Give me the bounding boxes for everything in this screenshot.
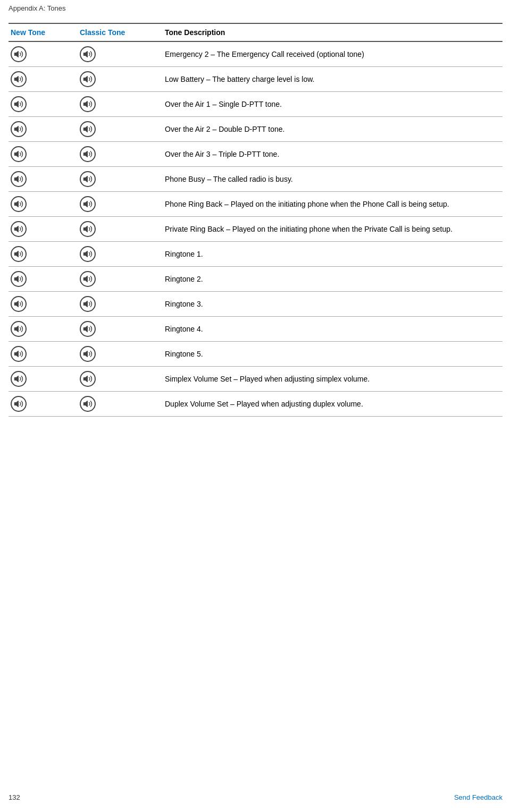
new-tone-icon[interactable] [11, 46, 27, 62]
tone-description: Phone Busy – The called radio is busy. [163, 167, 502, 192]
breadcrumb: Appendix A: Tones [0, 0, 511, 14]
tone-description: Low Battery – The battery charge level i… [163, 67, 502, 92]
svg-marker-13 [84, 201, 88, 207]
tone-description: Ringtone 1. [163, 242, 502, 267]
classic-tone-icon[interactable] [80, 396, 96, 412]
table-row: Phone Ring Back – Played on the initiati… [9, 192, 502, 217]
new-tone-icon[interactable] [11, 71, 27, 87]
table-row: Ringtone 2. [9, 267, 502, 292]
svg-marker-10 [15, 176, 19, 182]
new-tone-icon-cell[interactable] [9, 192, 78, 217]
svg-marker-1 [84, 52, 88, 57]
classic-tone-icon[interactable] [80, 221, 96, 237]
classic-tone-icon-cell[interactable] [78, 142, 163, 167]
new-tone-icon-cell[interactable] [9, 92, 78, 117]
svg-marker-17 [84, 251, 88, 257]
svg-marker-19 [84, 276, 88, 282]
new-tone-icon-cell[interactable] [9, 217, 78, 242]
new-tone-icon-cell[interactable] [9, 392, 78, 417]
tones-table: New Tone Classic Tone Tone Description E… [9, 23, 502, 417]
send-feedback-link[interactable]: Send Feedback [454, 793, 502, 801]
svg-marker-5 [84, 102, 88, 107]
classic-tone-icon[interactable] [80, 296, 96, 312]
new-tone-icon[interactable] [11, 346, 27, 362]
svg-marker-2 [15, 77, 19, 82]
svg-marker-22 [15, 326, 19, 332]
new-tone-icon[interactable] [11, 296, 27, 312]
new-tone-icon-cell[interactable] [9, 167, 78, 192]
tone-description: Ringtone 4. [163, 317, 502, 342]
classic-tone-icon-cell[interactable] [78, 242, 163, 267]
new-tone-icon[interactable] [11, 321, 27, 337]
classic-tone-icon[interactable] [80, 96, 96, 112]
svg-marker-23 [84, 326, 88, 332]
table-row: Ringtone 5. [9, 342, 502, 367]
new-tone-icon-cell[interactable] [9, 142, 78, 167]
tone-description: Ringtone 2. [163, 267, 502, 292]
table-row: Ringtone 1. [9, 242, 502, 267]
tone-description: Simplex Volume Set – Played when adjusti… [163, 367, 502, 392]
page-number: 132 [9, 793, 20, 801]
new-tone-icon[interactable] [11, 196, 27, 212]
classic-tone-icon[interactable] [80, 196, 96, 212]
tone-description: Ringtone 3. [163, 292, 502, 317]
col-header-classic-tone: Classic Tone [78, 23, 163, 41]
classic-tone-icon[interactable] [80, 46, 96, 62]
classic-tone-icon[interactable] [80, 346, 96, 362]
new-tone-icon-cell[interactable] [9, 67, 78, 92]
new-tone-icon-cell[interactable] [9, 267, 78, 292]
new-tone-icon-cell[interactable] [9, 41, 78, 67]
new-tone-icon-cell[interactable] [9, 117, 78, 142]
new-tone-icon[interactable] [11, 271, 27, 287]
classic-tone-icon-cell[interactable] [78, 367, 163, 392]
table-row: Over the Air 2 – Double D-PTT tone. [9, 117, 502, 142]
new-tone-icon[interactable] [11, 121, 27, 137]
new-tone-icon-cell[interactable] [9, 242, 78, 267]
svg-marker-12 [15, 201, 19, 207]
new-tone-icon-cell[interactable] [9, 342, 78, 367]
tone-description: Over the Air 2 – Double D-PTT tone. [163, 117, 502, 142]
table-row: Simplex Volume Set – Played when adjusti… [9, 367, 502, 392]
classic-tone-icon-cell[interactable] [78, 167, 163, 192]
svg-marker-28 [15, 401, 19, 407]
classic-tone-icon-cell[interactable] [78, 192, 163, 217]
classic-tone-icon-cell[interactable] [78, 92, 163, 117]
new-tone-icon[interactable] [11, 146, 27, 162]
new-tone-icon[interactable] [11, 171, 27, 187]
svg-marker-3 [84, 77, 88, 82]
classic-tone-icon[interactable] [80, 271, 96, 287]
table-row: Ringtone 4. [9, 317, 502, 342]
classic-tone-icon[interactable] [80, 246, 96, 262]
classic-tone-icon[interactable] [80, 71, 96, 87]
new-tone-icon[interactable] [11, 246, 27, 262]
svg-marker-18 [15, 276, 19, 282]
classic-tone-icon-cell[interactable] [78, 217, 163, 242]
classic-tone-icon-cell[interactable] [78, 41, 163, 67]
classic-tone-icon-cell[interactable] [78, 392, 163, 417]
svg-marker-21 [84, 301, 88, 307]
new-tone-icon-cell[interactable] [9, 317, 78, 342]
svg-marker-11 [84, 176, 88, 182]
new-tone-icon-cell[interactable] [9, 367, 78, 392]
svg-marker-20 [15, 301, 19, 307]
classic-tone-icon[interactable] [80, 146, 96, 162]
classic-tone-icon-cell[interactable] [78, 117, 163, 142]
new-tone-icon[interactable] [11, 221, 27, 237]
new-tone-icon-cell[interactable] [9, 292, 78, 317]
tone-description: Over the Air 3 – Triple D-PTT tone. [163, 142, 502, 167]
classic-tone-icon[interactable] [80, 171, 96, 187]
new-tone-icon[interactable] [11, 371, 27, 387]
svg-marker-14 [15, 226, 19, 232]
table-row: Private Ring Back – Played on the initia… [9, 217, 502, 242]
new-tone-icon[interactable] [11, 96, 27, 112]
classic-tone-icon-cell[interactable] [78, 342, 163, 367]
classic-tone-icon-cell[interactable] [78, 267, 163, 292]
tone-description: Private Ring Back – Played on the initia… [163, 217, 502, 242]
new-tone-icon[interactable] [11, 396, 27, 412]
classic-tone-icon-cell[interactable] [78, 317, 163, 342]
classic-tone-icon[interactable] [80, 371, 96, 387]
classic-tone-icon-cell[interactable] [78, 292, 163, 317]
classic-tone-icon[interactable] [80, 321, 96, 337]
classic-tone-icon-cell[interactable] [78, 67, 163, 92]
classic-tone-icon[interactable] [80, 121, 96, 137]
